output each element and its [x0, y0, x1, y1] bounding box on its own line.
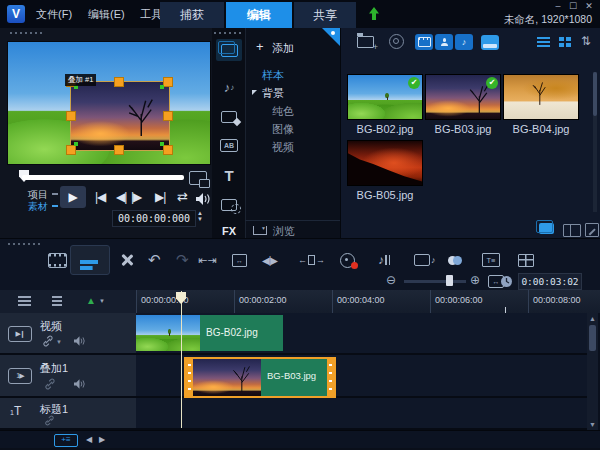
preview-timecode[interactable]: 00:00:00:000	[112, 210, 196, 227]
resize-handle-sw[interactable]	[66, 145, 76, 155]
tab-share[interactable]: 共享	[294, 2, 356, 28]
timeline-scrollbar[interactable]: ▲ ▼	[587, 313, 598, 430]
audio-category-icon[interactable]: ♪♪	[216, 76, 242, 98]
add-track-button[interactable]	[54, 434, 78, 447]
export-up-arrow-icon[interactable]	[368, 6, 380, 25]
clip-bg-b03-selected[interactable]: BG-B03.jpg	[184, 357, 336, 398]
fit-project-icon[interactable]: ⇤⇥	[198, 249, 216, 271]
zoom-slider-track[interactable]	[404, 280, 466, 283]
mute-icon[interactable]	[74, 379, 85, 391]
tree-item-background[interactable]: 背景	[262, 86, 284, 101]
scroll-left-icon[interactable]: ◀	[86, 435, 92, 444]
distort-dot-se[interactable]	[160, 142, 164, 146]
browse-row[interactable]: 浏览	[245, 220, 340, 239]
thumbnail-green-field[interactable]	[347, 74, 423, 120]
library-item[interactable]: BG-B04.jpg	[503, 74, 579, 135]
timeline-view-selected-box[interactable]	[70, 245, 110, 275]
motion-category-icon[interactable]	[216, 194, 242, 216]
edit-panel-icon[interactable]	[585, 223, 599, 237]
library-item[interactable]: BG-B05.jpg	[347, 140, 423, 201]
timecode-spinner[interactable]: ▲▼	[197, 210, 203, 222]
library-item[interactable]: BG-B02.jpg	[347, 74, 423, 135]
frame-range-icon[interactable]	[232, 249, 247, 271]
project-duration-timecode[interactable]: 0:00:03:02	[518, 273, 582, 290]
tree-item-video[interactable]: 视频	[272, 140, 294, 155]
library-panel-icon[interactable]	[539, 223, 554, 234]
tree-item-solid[interactable]: 纯色	[272, 104, 294, 119]
storyboard-view-icon[interactable]	[48, 249, 67, 271]
gallery-view-icon[interactable]	[481, 35, 499, 50]
record-capture-icon[interactable]	[340, 249, 355, 271]
media-category-icon[interactable]	[216, 39, 242, 61]
library-item[interactable]: BG-B03.jpg	[425, 74, 501, 135]
ruler-cell[interactable]: 00:00:06:00	[430, 290, 530, 313]
close-button[interactable]: ✕	[583, 1, 595, 12]
panel-drag-handle[interactable]	[214, 32, 242, 34]
list-view-icon[interactable]	[537, 37, 550, 47]
tools-icon[interactable]	[120, 249, 134, 271]
trim-handle-left[interactable]	[186, 359, 193, 396]
play-button[interactable]: ▶	[60, 186, 86, 208]
marker-dropdown-icon[interactable]: ▼	[99, 298, 105, 304]
go-end-button[interactable]: ▶|	[155, 190, 165, 204]
zoom-in-icon[interactable]: ⊕	[470, 273, 480, 287]
panel-drag-handle[interactable]	[8, 243, 40, 245]
tree-item-image[interactable]: 图像	[272, 122, 294, 137]
tab-capture[interactable]: 捕获	[160, 2, 224, 28]
capture-shutter-icon[interactable]	[389, 34, 404, 49]
resize-handle-s[interactable]	[114, 145, 124, 155]
library-scrollbar-thumb[interactable]	[593, 72, 597, 116]
ripple-edit-icon[interactable]: ←→	[298, 249, 325, 271]
zoom-slider-handle[interactable]	[446, 275, 453, 286]
painting-creator-icon[interactable]	[448, 249, 462, 271]
title-category-icon[interactable]: T	[216, 164, 242, 186]
track-header-video[interactable]: ▶❙ 视频 ▼	[0, 313, 136, 355]
resize-handle-se[interactable]	[163, 145, 173, 155]
grid-view-icon[interactable]	[559, 37, 571, 47]
sound-mixer-icon[interactable]: ♪	[378, 249, 392, 271]
redo-icon[interactable]: ↷	[176, 249, 189, 271]
clip-mode-button[interactable]: 素材	[28, 200, 48, 214]
thumbnail-sunset-tree[interactable]	[425, 74, 501, 120]
timeline-scrollbar-thumb[interactable]	[589, 325, 596, 351]
add-label[interactable]: 添加	[272, 41, 294, 56]
volume-button[interactable]	[196, 191, 210, 209]
ruler-cell[interactable]: 00:00:02:00	[234, 290, 334, 313]
menu-file[interactable]: 文件(F)	[36, 7, 72, 22]
resize-handle-e[interactable]	[163, 111, 173, 121]
subtitle-editor-icon[interactable]	[482, 249, 500, 271]
undo-icon[interactable]: ↶	[148, 249, 161, 271]
tree-item-samples[interactable]: 样本	[262, 68, 284, 83]
track-height-icon[interactable]	[52, 296, 62, 306]
link-icon[interactable]	[44, 378, 56, 392]
enlarge-preview-icon[interactable]	[189, 171, 207, 185]
sort-icon[interactable]: ⇅	[581, 34, 591, 48]
next-frame-button[interactable]: |▶	[131, 190, 141, 204]
resize-handle-n[interactable]	[114, 77, 124, 87]
menu-edit[interactable]: 编辑(E)	[88, 7, 125, 22]
link-dropdown-icon[interactable]: ▼	[56, 339, 62, 345]
track-lane-title1[interactable]	[136, 398, 587, 430]
minimize-button[interactable]: –	[552, 1, 564, 12]
link-icon[interactable]	[42, 335, 54, 349]
split-clip-icon[interactable]: ◀|▶	[262, 249, 277, 271]
show-all-tracks-icon[interactable]	[18, 296, 31, 306]
auto-music-icon[interactable]: ♪	[414, 249, 436, 271]
track-header-overlay1[interactable]: 1▶ 叠加1	[0, 355, 136, 398]
maximize-button[interactable]: ☐	[567, 1, 579, 12]
scroll-down-icon[interactable]: ▼	[587, 421, 598, 428]
ruler-cell[interactable]: 00:00:08:00	[528, 290, 600, 313]
playhead-line[interactable]	[181, 291, 182, 428]
scroll-up-icon[interactable]: ▲	[587, 315, 598, 322]
import-folder-icon[interactable]	[357, 36, 374, 48]
filter-video-icon[interactable]	[415, 34, 433, 50]
library-scrollbar[interactable]	[593, 72, 597, 212]
track-manager-icon[interactable]	[518, 249, 534, 271]
prev-frame-button[interactable]: ◀|	[116, 190, 126, 204]
distort-dot-sw[interactable]	[74, 142, 78, 146]
scroll-right-icon[interactable]: ▶	[99, 435, 105, 444]
repeat-button[interactable]: ⇄	[177, 189, 187, 204]
zoom-out-icon[interactable]: ⊖	[386, 273, 396, 287]
overlay-clip-preview[interactable]	[70, 81, 170, 151]
add-marker-icon[interactable]: ▲	[86, 295, 96, 306]
